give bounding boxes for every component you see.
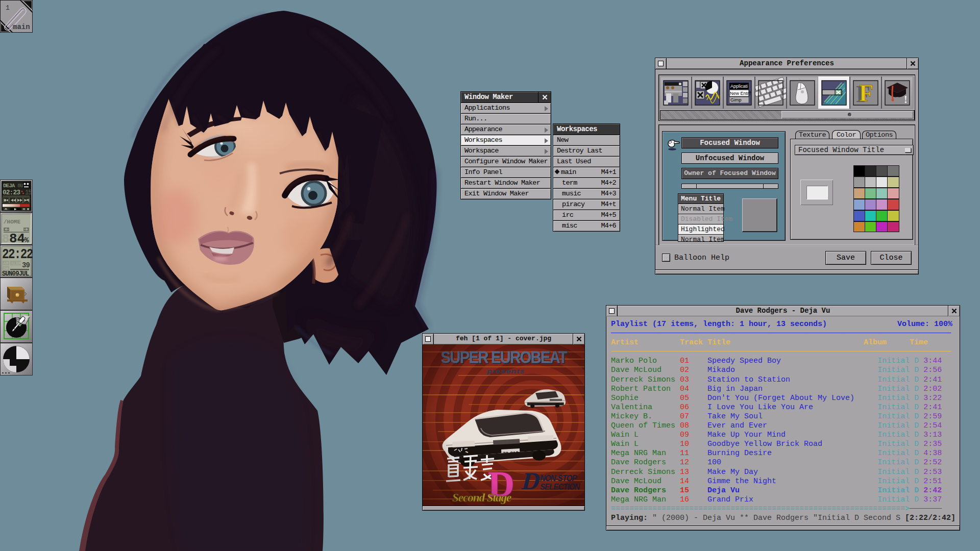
svg-text:ALRM: ALRM [11, 261, 21, 266]
svg-text:1: 1 [6, 4, 10, 12]
svg-text:8U: 8U [17, 183, 23, 189]
svg-text:22:22: 22:22 [2, 246, 33, 262]
svg-text:/HOME: /HOME [4, 219, 20, 225]
svg-text:AM: AM [4, 261, 9, 266]
svg-text:!: ! [904, 94, 908, 105]
svg-text:Applicati: Applicati [730, 84, 748, 89]
svg-text:39: 39 [22, 261, 30, 269]
svg-text:02:23: 02:23 [3, 189, 20, 196]
svg-text:main: main [13, 23, 30, 31]
svg-text:Gimp: Gimp [730, 97, 742, 103]
svg-text:84: 84 [9, 231, 25, 246]
svg-text:15: 15 [25, 189, 32, 196]
svg-text:New Entr†: New Entr† [730, 91, 751, 96]
svg-text:SUN09JUL: SUN09JUL [2, 270, 29, 278]
svg-text:DEJA: DEJA [3, 183, 15, 189]
svg-text:%: % [24, 236, 29, 244]
svg-text:F: F [859, 80, 873, 106]
